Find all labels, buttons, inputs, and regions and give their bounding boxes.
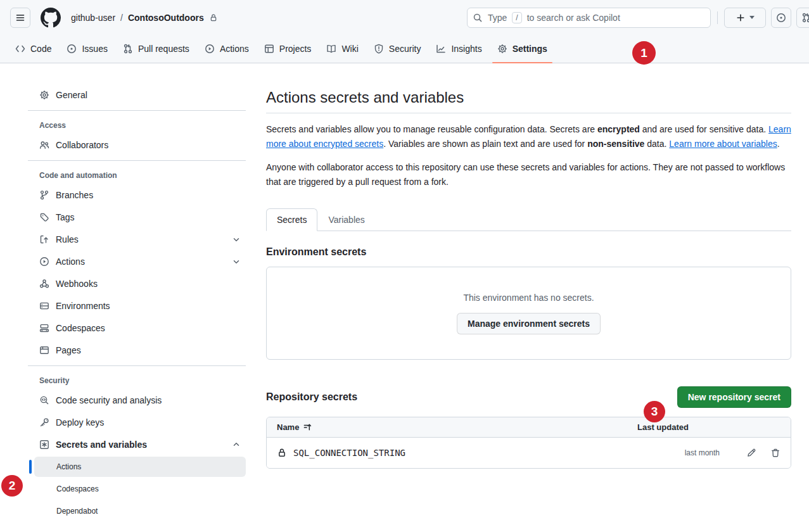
asterisk-box-icon xyxy=(39,440,49,450)
column-header-name: Name xyxy=(277,422,299,432)
intro-text: . Variables are shown as plain text and … xyxy=(383,139,587,149)
sidebar-subitem-codespaces[interactable]: Codespaces xyxy=(34,479,246,499)
repository-secrets-table: Name Last updated SQL_CONNECTION_STRING xyxy=(266,417,791,469)
chevron-down-icon xyxy=(749,16,755,19)
breadcrumb-separator: / xyxy=(120,13,123,23)
chevron-up-icon xyxy=(232,440,241,449)
sidebar-item-code-security[interactable]: Code security and analysis xyxy=(34,390,246,410)
pencil-icon xyxy=(746,448,756,458)
sidebar-item-pages[interactable]: Pages xyxy=(34,340,246,360)
sidebar-item-label: Branches xyxy=(56,190,93,200)
top-header: github-user / ContosoOutdoors Type / to … xyxy=(0,0,809,35)
tab-projects[interactable]: Projects xyxy=(259,35,317,63)
table-header-row: Name Last updated xyxy=(267,417,791,438)
sidebar-item-environments[interactable]: Environments xyxy=(34,296,246,316)
sidebar-item-webhooks[interactable]: Webhooks xyxy=(34,274,246,294)
pull-requests-dashboard-button[interactable] xyxy=(796,8,809,28)
breadcrumb-owner[interactable]: github-user xyxy=(71,13,115,23)
hamburger-menu-button[interactable] xyxy=(10,8,30,28)
sidebar-item-label: Secrets and variables xyxy=(56,440,147,450)
tab-actions[interactable]: Actions xyxy=(200,35,254,63)
table-icon xyxy=(264,44,274,54)
sidebar-item-label: Webhooks xyxy=(56,279,98,289)
repository-secrets-header: Repository secrets New repository secret xyxy=(266,386,791,408)
edit-secret-button[interactable] xyxy=(746,448,756,458)
intro-text: . xyxy=(777,139,780,149)
sidebar-section-code-automation: Code and automation xyxy=(28,166,246,185)
tab-secrets[interactable]: Secrets xyxy=(266,208,317,231)
chevron-down-icon xyxy=(232,257,241,266)
sidebar-item-label: Actions xyxy=(56,256,85,267)
github-repo-settings-page: github-user / ContosoOutdoors Type / to … xyxy=(0,0,809,532)
github-logo[interactable] xyxy=(41,8,61,28)
create-new-button[interactable] xyxy=(724,8,766,28)
new-repository-secret-button[interactable]: New repository secret xyxy=(677,386,791,408)
intro-text: data. xyxy=(644,139,669,149)
tab-wiki[interactable]: Wiki xyxy=(321,35,363,63)
search-input[interactable]: Type / to search or ask Copilot xyxy=(467,8,711,28)
tab-pull-requests[interactable]: Pull requests xyxy=(118,35,194,63)
key-icon xyxy=(39,417,49,428)
sidebar-item-label: General xyxy=(56,90,87,100)
settings-main-content: Actions secrets and variables Secrets an… xyxy=(256,63,809,469)
git-pull-request-icon xyxy=(801,13,809,23)
sidebar-divider xyxy=(28,365,246,366)
sidebar-subitem-dependabot[interactable]: Dependabot xyxy=(34,501,246,521)
settings-sidebar: General Access Collaborators Code and au… xyxy=(0,63,256,523)
tab-label: Actions xyxy=(220,44,249,54)
people-icon xyxy=(39,140,49,150)
rules-icon xyxy=(39,234,49,244)
tab-label: Projects xyxy=(279,44,312,54)
tab-security[interactable]: Security xyxy=(369,35,426,63)
graph-icon xyxy=(436,44,446,54)
manage-environment-secrets-button[interactable]: Manage environment secrets xyxy=(457,313,601,334)
intro-text: and are used for sensitive data. xyxy=(640,124,768,134)
sidebar-item-codespaces[interactable]: Codespaces xyxy=(34,318,246,338)
tab-issues[interactable]: Issues xyxy=(61,35,112,63)
chevron-down-icon xyxy=(232,235,241,244)
intro-text: Secrets and variables allow you to manag… xyxy=(266,124,597,134)
code-icon xyxy=(15,44,25,54)
intro-paragraph: Secrets and variables allow you to manag… xyxy=(266,122,791,151)
codescan-icon xyxy=(39,395,49,405)
delete-secret-button[interactable] xyxy=(770,448,780,458)
play-icon xyxy=(205,44,215,54)
intro-bold-encrypted: encrypted xyxy=(597,124,640,134)
shield-icon xyxy=(374,44,384,54)
private-lock-icon xyxy=(209,13,218,22)
sidebar-item-label: Deploy keys xyxy=(56,417,104,428)
tab-label: Pull requests xyxy=(138,44,189,54)
tab-label: Code xyxy=(30,44,51,54)
secret-row: SQL_CONNECTION_STRING last month xyxy=(267,438,791,468)
sidebar-item-tags[interactable]: Tags xyxy=(34,207,246,227)
annotation-step-2: 2 xyxy=(1,475,23,497)
hamburger-icon xyxy=(15,13,25,23)
sidebar-item-branches[interactable]: Branches xyxy=(34,185,246,205)
sidebar-section-security: Security xyxy=(28,371,246,390)
sidebar-section-access: Access xyxy=(28,116,246,135)
breadcrumb-repo[interactable]: ContosoOutdoors xyxy=(128,13,204,23)
environment-secrets-heading: Environment secrets xyxy=(266,246,791,258)
column-header-last-updated: Last updated xyxy=(637,422,732,432)
search-icon xyxy=(473,13,483,23)
sidebar-item-secrets-and-variables[interactable]: Secrets and variables xyxy=(34,434,246,455)
issue-opened-icon xyxy=(67,44,77,54)
tab-variables[interactable]: Variables xyxy=(317,208,375,231)
sidebar-item-rules[interactable]: Rules xyxy=(34,229,246,250)
repo-tab-bar: Code Issues Pull requests Actions Projec… xyxy=(0,35,809,63)
link-variables[interactable]: Learn more about variables xyxy=(669,139,777,149)
sidebar-item-actions[interactable]: Actions xyxy=(34,251,246,272)
sort-ascending-icon[interactable] xyxy=(303,422,312,432)
tab-settings[interactable]: Settings xyxy=(492,35,552,63)
tab-insights[interactable]: Insights xyxy=(431,35,487,63)
sidebar-item-deploy-keys[interactable]: Deploy keys xyxy=(34,412,246,433)
settings-layout: General Access Collaborators Code and au… xyxy=(0,63,809,523)
sidebar-item-collaborators[interactable]: Collaborators xyxy=(34,135,246,155)
tab-label: Settings xyxy=(513,44,547,54)
sidebar-item-general[interactable]: General xyxy=(34,85,246,105)
sidebar-subitem-label: Codespaces xyxy=(56,484,99,493)
issues-dashboard-button[interactable] xyxy=(771,8,791,28)
sidebar-subitem-actions[interactable]: Actions xyxy=(34,457,246,477)
git-pull-request-icon xyxy=(123,44,133,54)
tab-code[interactable]: Code xyxy=(10,35,56,63)
